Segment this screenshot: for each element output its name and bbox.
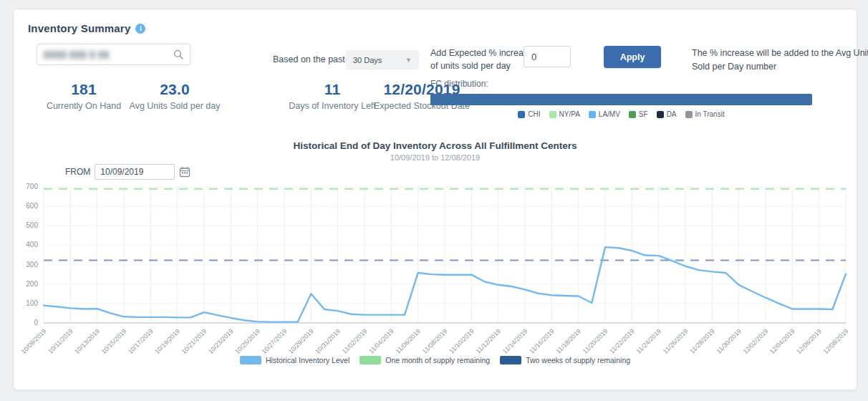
- search-input[interactable]: ████ ███ █ ██: [37, 44, 191, 65]
- legend-item: One month of supply remaining: [360, 356, 490, 364]
- chart-title: Historical End of Day Inventory Across A…: [14, 140, 857, 151]
- x-tick-label: 10/09/2019: [19, 327, 47, 355]
- stat-avg-units-sold: 23.0 Avg Units Sold per day: [116, 81, 233, 111]
- fc-distribution-legend: CHI NY/PA LA/MV SF DA In Transit: [430, 110, 812, 118]
- calendar-icon[interactable]: [179, 166, 191, 178]
- legend-item: SF: [629, 110, 648, 118]
- legend-item: CHI: [518, 110, 540, 118]
- x-tick-label: 10/15/2019: [100, 327, 127, 355]
- from-date-input[interactable]: [95, 164, 175, 180]
- x-tick-label: 11/08/2019: [421, 327, 448, 354]
- chevron-down-icon: ▼: [405, 57, 412, 64]
- x-tick-label: 11/26/2019: [662, 327, 689, 354]
- fc-distribution-bar: [430, 94, 812, 105]
- legend-swatch-in-transit: [685, 111, 693, 118]
- based-on-label: Based on the past: [273, 54, 345, 64]
- x-tick-label: 12/06/2019: [795, 327, 823, 355]
- x-tick-label: 12/08/2019: [821, 327, 849, 355]
- stat-days-of-inventory-left: 11 Days of Inventory Left: [282, 81, 382, 111]
- x-tick-label: 10/13/2019: [73, 327, 101, 355]
- stat-label: Days of Inventory Left: [282, 101, 382, 111]
- x-tick-label: 10/31/2019: [314, 327, 342, 355]
- search-input-redacted-value: ████ ███ █ ██: [44, 51, 173, 59]
- x-tick-label: 11/16/2019: [528, 327, 555, 354]
- legend-item: Two weeks of supply remaining: [500, 356, 630, 364]
- from-date-control: FROM: [65, 164, 191, 180]
- fc-distribution-label: FC distribution:: [430, 79, 812, 89]
- x-tick-label: 12/04/2019: [768, 327, 796, 355]
- x-tick-label: 11/18/2019: [555, 327, 582, 354]
- x-tick-label: 11/30/2019: [715, 327, 743, 354]
- y-tick-label: 600: [26, 202, 38, 210]
- x-tick-label: 11/22/2019: [608, 327, 635, 354]
- x-tick-label: 10/11/2019: [47, 327, 74, 354]
- fc-distribution-section: FC distribution: CHI NY/PA LA/MV SF DA I…: [430, 79, 812, 118]
- legend-swatch-da: [657, 111, 664, 118]
- apply-button[interactable]: Apply: [604, 46, 661, 68]
- x-tick-label: 12/02/2019: [741, 327, 769, 355]
- x-tick-label: 10/27/2019: [260, 327, 288, 355]
- y-tick-label: 0: [34, 319, 38, 327]
- x-tick-label: 11/12/2019: [475, 327, 502, 354]
- period-selected-value: 30 Days: [353, 56, 382, 64]
- x-tick-label: 10/23/2019: [207, 327, 235, 355]
- y-tick-label: 700: [26, 183, 38, 190]
- stat-label: Avg Units Sold per day: [116, 101, 233, 111]
- inventory-chart: 10/09/201910/11/201910/13/201910/15/2019…: [15, 178, 856, 356]
- x-tick-label: 11/24/2019: [635, 327, 662, 354]
- info-icon[interactable]: i: [135, 24, 145, 34]
- x-tick-label: 11/28/2019: [688, 327, 715, 354]
- legend-item: In Transit: [685, 110, 725, 118]
- x-tick-label: 10/25/2019: [233, 327, 261, 355]
- x-tick-label: 11/02/2019: [341, 327, 368, 354]
- from-label: FROM: [65, 167, 90, 177]
- x-tick-label: 10/21/2019: [180, 327, 208, 355]
- period-dropdown[interactable]: 30 Days ▼: [346, 50, 419, 69]
- legend-item: LA/MV: [589, 110, 620, 118]
- legend-item: DA: [657, 110, 677, 118]
- legend-swatch-lamv: [589, 111, 596, 118]
- card-header: Inventory Summary i: [28, 22, 145, 34]
- inventory-chart-svg: 10/09/201910/11/201910/13/201910/15/2019…: [15, 178, 856, 356]
- legend-swatch-sf: [629, 111, 636, 118]
- x-tick-label: 11/10/2019: [448, 327, 475, 354]
- legend-swatch-nypa: [549, 111, 556, 118]
- x-tick-label: 10/19/2019: [153, 327, 181, 355]
- x-tick-label: 11/06/2019: [395, 327, 422, 354]
- y-tick-label: 500: [26, 221, 38, 229]
- y-tick-label: 300: [26, 261, 38, 269]
- inventory-summary-card: Inventory Summary i ████ ███ █ ██ Based …: [13, 9, 857, 390]
- increase-label: Add Expected % increase of units sold pe…: [430, 47, 533, 72]
- increase-percent-input[interactable]: [524, 46, 571, 67]
- y-tick-label: 400: [26, 241, 38, 248]
- chart-legend: Historical Inventory Level One month of …: [14, 356, 857, 364]
- legend-item: NY/PA: [549, 110, 580, 118]
- x-tick-label: 11/20/2019: [582, 327, 609, 354]
- legend-item: Historical Inventory Level: [240, 356, 349, 364]
- stat-value: 11: [282, 81, 382, 98]
- x-tick-label: 10/17/2019: [127, 327, 155, 355]
- y-tick-label: 100: [26, 299, 38, 307]
- legend-swatch-two-weeks: [500, 356, 521, 364]
- increase-note: The % increase will be added to the Avg …: [692, 47, 868, 74]
- x-tick-label: 11/14/2019: [501, 327, 529, 354]
- page-title: Inventory Summary: [28, 22, 130, 34]
- legend-swatch-historical: [240, 356, 261, 364]
- stat-value: 23.0: [116, 81, 233, 98]
- x-tick-label: 10/29/2019: [287, 327, 315, 355]
- legend-swatch-chi: [518, 111, 525, 118]
- x-tick-label: 11/04/2019: [367, 327, 395, 354]
- y-tick-label: 200: [26, 280, 38, 288]
- fc-bar-segment-chi: [430, 94, 812, 105]
- legend-swatch-one-month: [360, 356, 381, 364]
- chart-subtitle: 10/09/2019 to 12/08/2019: [14, 153, 857, 162]
- search-icon[interactable]: [173, 49, 183, 59]
